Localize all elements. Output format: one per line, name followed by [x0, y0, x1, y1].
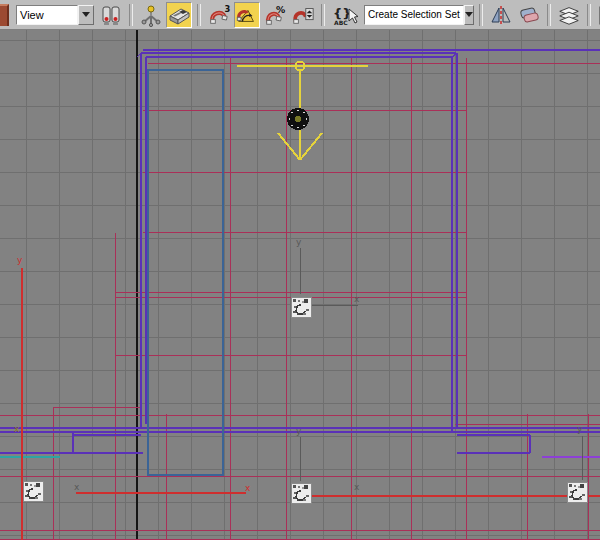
named-selection-sets-icon: {} ABC: [331, 3, 359, 27]
snap-toggle-3d-button[interactable]: 3: [206, 2, 232, 28]
helper-object[interactable]: [567, 482, 587, 502]
dropdown-arrow-button[interactable]: [464, 5, 474, 25]
axis-label-x: x: [245, 483, 251, 493]
percent-snap-toggle-button[interactable]: %: [262, 2, 288, 28]
toolbar-separator: [129, 4, 133, 26]
magnet-angle-snap-icon: [235, 3, 259, 27]
axis-label-y: y: [296, 237, 302, 247]
spinner-snap-toggle-button[interactable]: [290, 2, 316, 28]
abc-glyph: ABC: [334, 19, 348, 26]
toolbar-separator: [479, 4, 483, 26]
toolbar-separator: [547, 4, 551, 26]
keyboard-shortcut-override-button[interactable]: [166, 2, 192, 28]
reference-coordinate-system-value: View: [16, 5, 78, 25]
chevron-down-icon: [82, 12, 90, 17]
helper-axis-labels: y x x x y y: [74, 237, 583, 492]
magnet-spinner-snap-icon: [291, 3, 315, 27]
clipped-toolbar-icon[interactable]: [0, 4, 9, 26]
edit-named-selection-sets-button[interactable]: {} ABC: [330, 2, 360, 28]
mirror-button[interactable]: [488, 2, 514, 28]
axis-label-x: x: [354, 482, 360, 492]
select-and-manipulate-icon: [139, 3, 163, 27]
axis-label-x: x: [354, 294, 360, 304]
layer-manager-button[interactable]: [556, 2, 582, 28]
axis-label-y: y: [17, 255, 23, 265]
magnet-3d-snap-icon: 3: [207, 3, 231, 27]
named-selection-set-value: Create Selection Set: [364, 5, 464, 25]
toolbar-separator: [321, 4, 325, 26]
axis-label-x: x: [74, 482, 80, 492]
align-button[interactable]: [516, 2, 542, 28]
magnet-percent-snap-icon: %: [263, 3, 287, 27]
viewport-canvas[interactable]: y x y x x x y y x: [0, 30, 600, 540]
percent-glyph: %: [276, 4, 285, 15]
select-and-manipulate-button[interactable]: [138, 2, 164, 28]
helper-object[interactable]: [23, 481, 43, 501]
top-viewport[interactable]: y x y x x x y y x: [0, 30, 600, 540]
axis-label-y: y: [577, 424, 583, 434]
axis-label-y: y: [296, 426, 302, 436]
toolbar-separator: [197, 4, 201, 26]
main-toolbar: View: [0, 0, 600, 30]
reference-coordinate-system-dropdown[interactable]: View: [16, 5, 94, 25]
dropdown-arrow-button[interactable]: [78, 5, 94, 25]
toolbar-separator: [587, 4, 591, 26]
named-selection-set-dropdown[interactable]: Create Selection Set: [364, 5, 472, 25]
angle-snap-toggle-button[interactable]: [234, 2, 260, 28]
snap3d-superscript: 3: [225, 4, 231, 14]
mirror-icon: [489, 3, 513, 27]
chevron-down-icon: [465, 12, 473, 17]
helper-axes-gray: [300, 248, 582, 481]
axis-label-x-olive: x: [14, 424, 20, 434]
helper-object[interactable]: [291, 297, 311, 317]
gizmo-arrowhead: [300, 133, 322, 160]
keyboard-override-icon: [167, 3, 191, 27]
helper-object[interactable]: [291, 483, 311, 503]
use-pivot-point-center-icon: [99, 3, 123, 27]
align-icon: [517, 3, 541, 27]
blue-rectangle-object[interactable]: [148, 70, 223, 475]
curve-editor-button[interactable]: [596, 2, 600, 28]
use-pivot-point-center-button[interactable]: [98, 2, 124, 28]
light-object-gear[interactable]: [287, 108, 309, 130]
layer-manager-icon: [557, 3, 581, 27]
gizmo-arrowhead: [278, 133, 300, 160]
